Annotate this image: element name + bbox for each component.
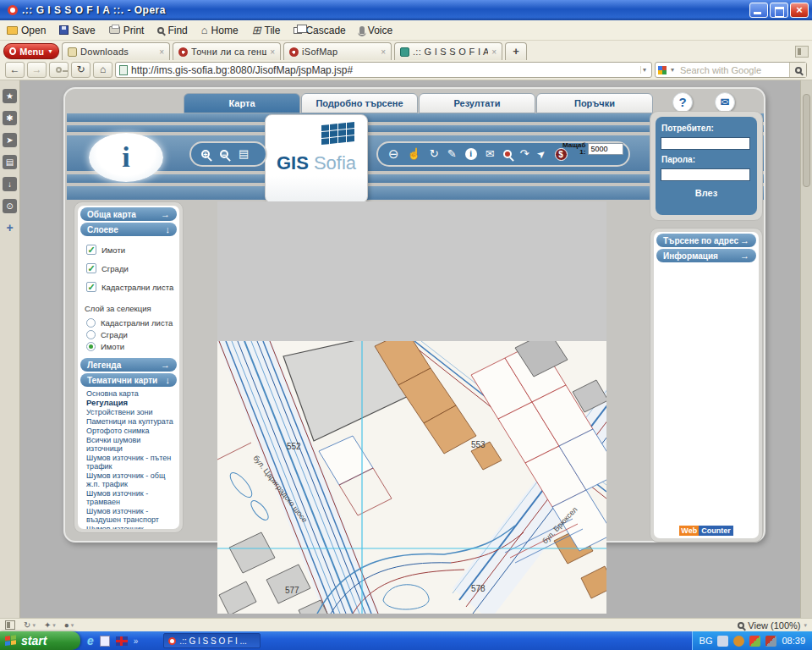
- search-input[interactable]: [678, 64, 787, 76]
- close-tab-icon[interactable]: ×: [270, 47, 275, 57]
- history-panel-icon[interactable]: ⊙: [3, 199, 17, 213]
- tray-icon-1[interactable]: [717, 636, 728, 647]
- login-button[interactable]: Влез: [661, 188, 752, 198]
- redo-icon[interactable]: ↷: [520, 148, 529, 160]
- tab-isofmap[interactable]: iSofMap ×: [283, 42, 392, 60]
- select-cursor-icon[interactable]: ➤: [535, 146, 549, 161]
- sidebar-header-address-search[interactable]: Търсене по адрес→: [656, 234, 756, 247]
- search-field[interactable]: ▾: [655, 62, 807, 78]
- taskbar-item-gissofia[interactable]: .:: G I S S O F I ...: [163, 633, 261, 648]
- sidebar-header-general-map[interactable]: Обща карта→: [80, 207, 177, 221]
- tab-downloads[interactable]: Downloads ×: [62, 42, 170, 60]
- transfers-panel-icon[interactable]: ↓: [3, 177, 17, 191]
- help-button[interactable]: ?: [672, 92, 693, 113]
- radio-selected[interactable]: [86, 342, 96, 351]
- close-tab-icon[interactable]: ×: [381, 47, 386, 57]
- url-dropdown-icon[interactable]: ▾: [640, 66, 648, 74]
- refresh-icon[interactable]: ↻: [430, 148, 439, 160]
- sidebar-header-thematic[interactable]: Тематични карти↓: [80, 373, 177, 387]
- theme-item[interactable]: Шумов източник - общ ж.п. трафик: [86, 471, 176, 488]
- opera-menu-button[interactable]: Menu ▼: [3, 43, 59, 59]
- unite-status-button[interactable]: ✦▾: [44, 620, 56, 630]
- home-nav-button[interactable]: ⌂: [93, 62, 112, 78]
- map-area[interactable]: 552 553 577 578 бул. Цариградско шосе бу…: [217, 201, 606, 614]
- checkbox-checked[interactable]: ✓: [86, 263, 96, 273]
- password-input[interactable]: [661, 168, 750, 181]
- zoom-previous-icon[interactable]: ⊖: [388, 148, 399, 160]
- toggle-panels-icon[interactable]: [5, 620, 15, 630]
- map-canvas[interactable]: 552 553 577 578 бул. Цариградско шосе бу…: [217, 341, 606, 614]
- theme-item[interactable]: Основна карта: [86, 389, 176, 398]
- print-button[interactable]: Print: [109, 25, 145, 36]
- zoom-view-control[interactable]: View (100%) ▾: [738, 620, 807, 631]
- turbo-status-button[interactable]: ●▾: [64, 620, 74, 630]
- search-go-button[interactable]: [789, 63, 806, 77]
- notes-panel-icon[interactable]: ▤: [3, 155, 17, 169]
- internet-explorer-icon[interactable]: e: [87, 634, 94, 647]
- rewind-button[interactable]: [49, 62, 69, 78]
- send-map-icon[interactable]: ✉: [486, 148, 495, 160]
- sync-status-button[interactable]: ↻▾: [24, 620, 36, 630]
- language-indicator[interactable]: BG: [700, 636, 713, 646]
- radio-unselected[interactable]: [86, 318, 96, 328]
- search-map-icon[interactable]: [503, 150, 512, 158]
- app-tab-map[interactable]: Карта: [184, 93, 300, 113]
- tray-icon-2[interactable]: [733, 636, 744, 647]
- tray-icon-3[interactable]: [749, 636, 760, 647]
- voice-button[interactable]: Voice: [359, 25, 392, 36]
- scale-input[interactable]: [588, 143, 623, 155]
- page-scrollbar[interactable]: [800, 80, 812, 618]
- sidebar-header-information[interactable]: Информация→: [656, 249, 756, 262]
- sidebar-header-legend[interactable]: Легенда→: [80, 358, 177, 372]
- theme-item[interactable]: Паметници на културата: [86, 417, 176, 426]
- open-button[interactable]: Open: [7, 25, 46, 36]
- panels-icon[interactable]: [795, 46, 809, 58]
- theme-item[interactable]: Устройствени зони: [86, 408, 176, 416]
- document-app-icon[interactable]: [100, 636, 110, 647]
- save-button[interactable]: Save: [59, 25, 95, 36]
- tab-gissofia[interactable]: .:: G I S S O F I A ::. ×: [394, 42, 502, 60]
- start-button[interactable]: start: [0, 631, 80, 650]
- bookmarks-panel-icon[interactable]: ★: [3, 89, 17, 103]
- url-field[interactable]: ▾: [115, 62, 652, 78]
- theme-item[interactable]: Шумов източник - въздушен транспорт: [86, 507, 176, 524]
- app-tab-results[interactable]: Резултати: [419, 93, 535, 113]
- back-button[interactable]: ←: [5, 62, 25, 78]
- home-button[interactable]: ⌂Home: [201, 25, 239, 36]
- cascade-button[interactable]: Cascade: [294, 25, 345, 36]
- address-input[interactable]: [131, 64, 637, 76]
- tab-tochni[interactable]: Точни ли са генщ... ×: [173, 42, 281, 60]
- find-button[interactable]: Find: [157, 25, 187, 36]
- tile-button[interactable]: ⊞Tile: [252, 25, 281, 36]
- checkbox-checked[interactable]: ✓: [86, 245, 96, 255]
- theme-item[interactable]: Ортофото снимка: [86, 427, 176, 435]
- sidebar-header-layers[interactable]: Слоеве↓: [80, 223, 177, 236]
- username-input[interactable]: [661, 137, 750, 150]
- tray-icon-4[interactable]: [765, 636, 776, 647]
- app-tab-orders[interactable]: Поръчки: [536, 93, 653, 113]
- zoom-in-icon[interactable]: +: [201, 150, 210, 158]
- links-panel-icon[interactable]: ➤: [3, 133, 17, 147]
- close-button[interactable]: ×: [790, 3, 809, 18]
- search-engine-dropdown-icon[interactable]: ▾: [669, 66, 676, 74]
- minimize-button[interactable]: [749, 3, 768, 18]
- close-tab-icon[interactable]: ×: [159, 47, 164, 57]
- theme-item[interactable]: Шумов източник - пътен трафик: [86, 454, 176, 471]
- web-counter-badge[interactable]: WebCounter: [654, 526, 759, 535]
- checkbox-checked[interactable]: ✓: [86, 282, 96, 292]
- theme-item[interactable]: Шумов източник - трамваен: [86, 489, 176, 506]
- theme-item[interactable]: Шумов източник - промишленост: [86, 525, 176, 529]
- new-tab-button[interactable]: +: [505, 42, 527, 60]
- theme-item-active[interactable]: Регулация: [86, 399, 176, 407]
- scrollbar-thumb[interactable]: [803, 94, 810, 187]
- close-tab-icon[interactable]: ×: [491, 47, 497, 57]
- add-panel-icon[interactable]: +: [3, 221, 17, 235]
- reload-button[interactable]: ↻: [71, 62, 91, 78]
- clock[interactable]: 08:39: [782, 636, 805, 646]
- restore-button[interactable]: [770, 3, 788, 18]
- app-tab-search[interactable]: Подробно търсене: [301, 93, 418, 113]
- print-map-icon[interactable]: ▤: [239, 148, 249, 160]
- measure-icon[interactable]: ✎: [447, 148, 457, 160]
- contact-mail-button[interactable]: ✉: [715, 92, 735, 113]
- pan-hand-icon[interactable]: ☝: [408, 148, 421, 160]
